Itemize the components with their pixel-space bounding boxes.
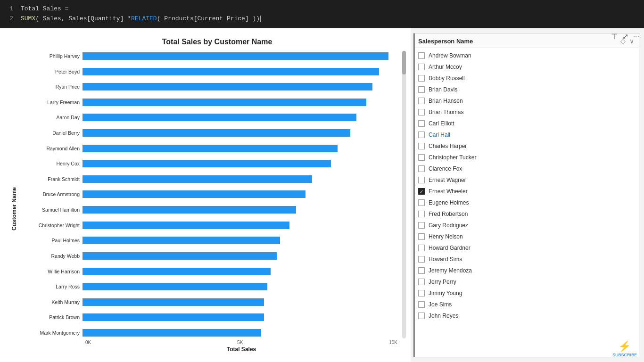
bar-fill: [83, 68, 379, 75]
bar-row[interactable]: Daniel Berry: [19, 128, 401, 138]
slicer-checkbox[interactable]: [418, 75, 425, 82]
bar-row[interactable]: Frank Schmidt: [19, 174, 401, 184]
bar-row[interactable]: Henry Cox: [19, 158, 401, 169]
code-line-2: 2 SUMX ( Sales, Sales[Quantity] * RELATE…: [6, 14, 638, 24]
slicer-checkbox[interactable]: [418, 52, 425, 59]
bar-label: Larry Freeman: [19, 99, 83, 105]
slicer-checkbox[interactable]: [418, 86, 425, 93]
slicer-item[interactable]: Christopher Tucker: [413, 152, 639, 163]
slicer-checkbox[interactable]: [418, 245, 425, 251]
bar-track: [83, 83, 401, 90]
slicer-checkbox[interactable]: [418, 132, 425, 138]
bars-container: Phillip HarveyPeter BoydRyan PriceLarry …: [19, 51, 406, 338]
slicer-checkbox[interactable]: [418, 199, 425, 206]
subscribe-watermark: ⚡ SUBSCRIBE: [612, 340, 637, 357]
chart-area: Total Sales by Customer Name Customer Na…: [0, 28, 411, 362]
slicer-checkbox[interactable]: [418, 279, 425, 285]
bar-row[interactable]: Ryan Price: [19, 82, 401, 92]
y-axis-label: Customer Name: [9, 51, 19, 353]
bar-row[interactable]: Bruce Armstrong: [19, 189, 401, 199]
bar-track: [83, 129, 401, 137]
slicer-checkbox[interactable]: [418, 256, 425, 263]
slicer-item[interactable]: Joe Sims: [413, 299, 639, 310]
slicer-item[interactable]: Bobby Russell: [413, 73, 639, 84]
chart-scrollbar-thumb[interactable]: [402, 51, 406, 74]
slicer-item[interactable]: Carl Elliott: [413, 118, 639, 129]
slicer-item[interactable]: Eugene Holmes: [413, 197, 639, 208]
slicer-checkbox[interactable]: [418, 64, 425, 70]
bar-row[interactable]: Larry Ross: [19, 281, 401, 292]
slicer-item[interactable]: Howard Sims: [413, 254, 639, 265]
slicer-checkbox[interactable]: [418, 301, 425, 308]
slicer-item[interactable]: Arthur Mccoy: [413, 61, 639, 73]
slicer-item[interactable]: Clarence Fox: [413, 163, 639, 174]
bar-track: [83, 283, 401, 290]
slicer-item[interactable]: Jeremy Mendoza: [413, 265, 639, 276]
bar-fill: [83, 313, 264, 321]
toolbar-icons: ⊤ ⤢ ···: [611, 32, 639, 41]
bar-track: [83, 237, 401, 244]
slicer-checkbox[interactable]: [418, 154, 425, 161]
bar-row[interactable]: Patrick Brown: [19, 312, 401, 322]
slicer-item[interactable]: Fred Robertson: [413, 208, 639, 220]
bar-row[interactable]: Aaron Day: [19, 112, 401, 123]
bar-row[interactable]: Raymond Allen: [19, 143, 401, 154]
slicer-item[interactable]: Andrew Bowman: [413, 50, 639, 61]
slicer-item[interactable]: Brian Thomas: [413, 107, 639, 118]
slicer-item[interactable]: Jerry Perry: [413, 276, 639, 288]
bar-label: Paul Holmes: [19, 238, 83, 243]
bar-row[interactable]: Christopher Wright: [19, 220, 401, 230]
slicer-item[interactable]: Henry Nelson: [413, 231, 639, 242]
bar-track: [83, 99, 401, 106]
code-text-1: Total Sales =: [21, 4, 68, 14]
slicer-checkbox[interactable]: [418, 313, 425, 319]
slicer-item[interactable]: Charles Harper: [413, 140, 639, 152]
slicer-checkbox[interactable]: [418, 267, 425, 274]
slicer-checkbox[interactable]: [418, 177, 425, 183]
chart-scrollbar[interactable]: [402, 51, 406, 338]
bar-fill: [83, 283, 267, 290]
slicer-item-label: John Reyes: [429, 313, 458, 319]
slicer-checkbox[interactable]: [418, 233, 425, 240]
slicer-item[interactable]: Gary Rodriguez: [413, 220, 639, 231]
slicer-checkbox[interactable]: [418, 120, 425, 127]
bar-row[interactable]: Samuel Hamilton: [19, 205, 401, 215]
slicer-checkbox[interactable]: [418, 98, 425, 104]
bar-fill: [83, 298, 264, 306]
bar-label: Raymond Allen: [19, 146, 83, 151]
slicer-checkbox[interactable]: [418, 188, 425, 195]
bar-row[interactable]: Willie Harrison: [19, 266, 401, 277]
slicer-item[interactable]: Carl Hall: [413, 129, 639, 140]
slicer-item[interactable]: John Reyes: [413, 310, 639, 321]
slicer-item[interactable]: Brian Davis: [413, 84, 639, 95]
slicer-item[interactable]: Ernest Wheeler: [413, 186, 639, 197]
code-sumx: SUMX: [21, 14, 35, 24]
slicer-checkbox[interactable]: [418, 222, 425, 229]
bar-row[interactable]: Mark Montgomery: [19, 328, 401, 338]
bar-label: Willie Harrison: [19, 269, 83, 274]
slicer-item[interactable]: Brian Hansen: [413, 95, 639, 107]
bar-row[interactable]: Randy Webb: [19, 251, 401, 261]
slicer-item[interactable]: Howard Gardner: [413, 242, 639, 254]
bar-row[interactable]: Paul Holmes: [19, 235, 401, 246]
slicer-checkbox[interactable]: [418, 143, 425, 149]
slicer-checkbox[interactable]: [418, 165, 425, 172]
slicer-item-label: Arthur Mccoy: [429, 64, 462, 70]
focus-mode-icon[interactable]: ⤢: [622, 32, 628, 41]
slicer-list[interactable]: Andrew BowmanArthur MccoyBobby RussellBr…: [413, 48, 639, 357]
bar-label: Mark Montgomery: [19, 330, 83, 336]
filter-icon[interactable]: ⊤: [611, 32, 618, 41]
bar-label: Samuel Hamilton: [19, 207, 83, 213]
bar-track: [83, 329, 401, 337]
slicer-item[interactable]: Jimmy Young: [413, 288, 639, 299]
bar-row[interactable]: Peter Boyd: [19, 66, 401, 77]
slicer-checkbox[interactable]: [418, 290, 425, 296]
more-options-icon[interactable]: ···: [633, 33, 639, 41]
bar-row[interactable]: Phillip Harvey: [19, 51, 401, 61]
x-axis-ticks: 0K 5K 10K: [85, 340, 397, 345]
bar-row[interactable]: Keith Murray: [19, 297, 401, 307]
slicer-checkbox[interactable]: [418, 109, 425, 115]
bar-row[interactable]: Larry Freeman: [19, 97, 401, 107]
slicer-item[interactable]: Ernest Wagner: [413, 174, 639, 186]
slicer-checkbox[interactable]: [418, 211, 425, 217]
